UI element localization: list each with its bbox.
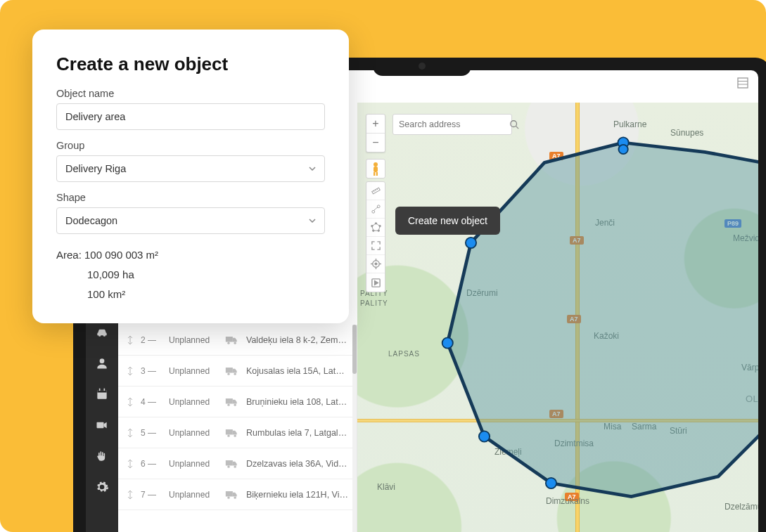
svg-rect-24 [226, 491, 233, 497]
svg-point-49 [378, 225, 380, 226]
svg-rect-8 [97, 422, 104, 428]
task-row[interactable]: 4 — Unplanned Bruņinieku iela 108, Latga… [118, 387, 357, 417]
svg-point-34 [546, 478, 556, 488]
truck-icon [225, 335, 239, 345]
svg-rect-21 [226, 460, 233, 466]
svg-point-11 [234, 342, 236, 344]
drag-icon[interactable] [127, 366, 134, 376]
zoom-in-button[interactable]: + [366, 115, 385, 133]
svg-rect-9 [226, 337, 233, 342]
svg-rect-18 [226, 429, 233, 435]
svg-rect-7 [104, 389, 106, 391]
task-status: Unplanned [169, 459, 218, 469]
user-icon[interactable] [94, 356, 110, 371]
polygon-overlay[interactable] [357, 103, 758, 530]
svg-rect-38 [374, 167, 378, 172]
area-prefix: Area: [56, 249, 84, 261]
car-icon[interactable] [94, 325, 110, 340]
truck-icon [225, 428, 239, 438]
area-km2: 100 km² [56, 285, 325, 304]
map-tools [366, 181, 385, 292]
truck-icon [225, 397, 239, 407]
task-index: 2 — [141, 335, 162, 345]
target-icon[interactable] [366, 255, 385, 273]
svg-rect-15 [226, 398, 233, 404]
task-address: Biķernieku iela 121H, Vidzeme... [246, 490, 348, 500]
card-title: Create a new object [56, 53, 325, 75]
polygon-icon[interactable] [366, 219, 385, 237]
shape-label: Shape [56, 192, 325, 203]
task-status: Unplanned [169, 490, 218, 500]
task-row[interactable]: 7 — Unplanned Biķernieku iela 121H, Vidz… [118, 479, 357, 510]
svg-line-43 [375, 190, 376, 191]
task-row[interactable]: 6 — Unplanned Dzelzavas iela 36A, Vidzem… [118, 448, 357, 479]
video-icon[interactable] [94, 417, 110, 433]
task-scrollbar[interactable] [352, 325, 357, 532]
svg-marker-27 [447, 143, 758, 497]
svg-rect-40 [376, 172, 378, 176]
svg-point-10 [227, 342, 229, 344]
task-address: Dzelzavas iela 36A, Vidzemes ... [246, 459, 348, 469]
zoom-out-button[interactable]: − [366, 134, 385, 152]
map-zoom: + − [366, 114, 385, 153]
svg-point-25 [227, 496, 229, 498]
task-index: 4 — [141, 397, 162, 407]
map-search[interactable] [392, 114, 512, 135]
gear-icon[interactable] [94, 479, 110, 495]
group-select[interactable] [56, 155, 325, 182]
search-icon[interactable] [509, 119, 519, 129]
streetview-pegman[interactable] [366, 159, 385, 179]
play-icon[interactable] [366, 273, 385, 292]
task-row[interactable]: 2 — Unplanned Valdeķu iela 8 k-2, Zemgal… [118, 325, 357, 356]
shape-select[interactable] [56, 207, 325, 234]
device-notch [373, 58, 471, 76]
object-name-label: Object name [56, 88, 325, 99]
svg-point-32 [442, 337, 453, 348]
map-canvas[interactable]: A7 A7 A7 A7 A7 P89 Pulkarne Sūnupes Jenč… [357, 103, 758, 532]
map-search-input[interactable] [399, 119, 509, 129]
svg-point-19 [227, 434, 229, 436]
task-index: 3 — [141, 366, 162, 376]
list-view-icon[interactable] [737, 77, 748, 89]
svg-point-3 [100, 358, 105, 363]
ruler-icon[interactable] [366, 182, 385, 200]
task-list: 2 — Unplanned Valdeķu iela 8 k-2, Zemgal… [118, 325, 357, 532]
truck-icon [225, 490, 239, 500]
drag-icon[interactable] [127, 459, 134, 469]
svg-point-33 [479, 431, 490, 441]
task-address: Rumbulas iela 7, Latgales prie... [246, 428, 348, 438]
object-name-input[interactable] [56, 103, 325, 130]
drag-icon[interactable] [127, 397, 134, 407]
task-status: Unplanned [169, 397, 218, 407]
drag-icon[interactable] [127, 428, 134, 438]
truck-icon [225, 459, 239, 469]
svg-point-13 [227, 372, 229, 375]
stage: 2 — Unplanned Valdeķu iela 8 k-2, Zemgal… [0, 0, 766, 532]
area-m2: 100 090 003 m² [84, 249, 158, 261]
svg-point-17 [234, 403, 236, 406]
task-index: 6 — [141, 459, 162, 469]
task-address: Valdeķu iela 8 k-2, Zemgales ... [246, 335, 348, 345]
svg-point-45 [371, 210, 374, 213]
camera-dot [419, 63, 426, 70]
calendar-icon[interactable] [94, 387, 110, 402]
task-status: Unplanned [169, 335, 218, 345]
svg-rect-39 [374, 172, 375, 176]
svg-line-42 [374, 190, 374, 192]
task-index: 5 — [141, 428, 162, 438]
truck-icon [225, 366, 239, 376]
svg-point-16 [227, 403, 229, 406]
task-row[interactable]: 5 — Unplanned Rumbulas iela 7, Latgales … [118, 417, 357, 448]
svg-point-23 [234, 465, 236, 467]
hand-icon[interactable] [94, 448, 110, 464]
drag-icon[interactable] [127, 490, 134, 500]
svg-point-54 [375, 263, 377, 265]
fit-icon[interactable] [366, 237, 385, 255]
svg-rect-12 [226, 368, 233, 373]
task-row[interactable]: 3 — Unplanned Kojusalas iela 15A, Latgal… [118, 356, 357, 387]
svg-point-52 [371, 225, 372, 226]
route-icon[interactable] [366, 200, 385, 219]
scrollbar-thumb[interactable] [352, 325, 357, 374]
drag-icon[interactable] [127, 335, 134, 345]
svg-point-48 [375, 223, 376, 224]
